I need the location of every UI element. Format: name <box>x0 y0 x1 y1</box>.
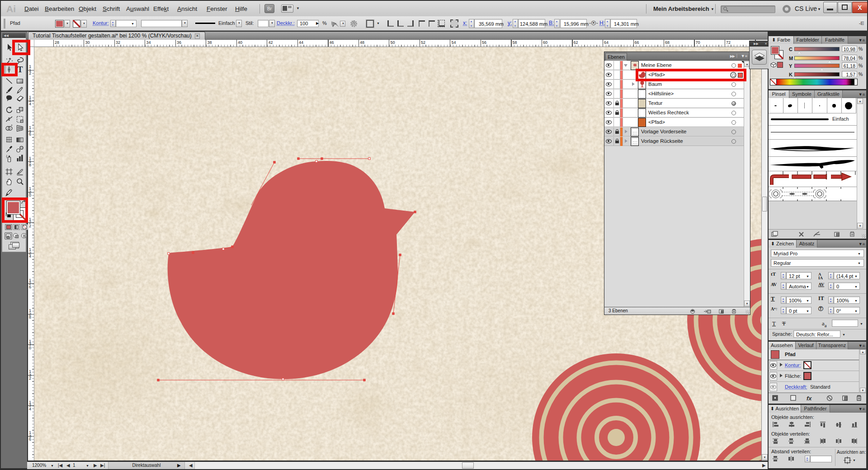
svg-text:fx: fx <box>807 395 812 402</box>
svg-text:T: T <box>18 65 23 74</box>
